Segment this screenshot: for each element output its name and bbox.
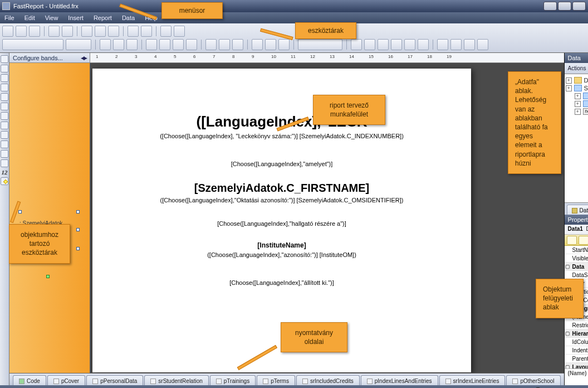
tool-chart[interactable] bbox=[1, 150, 8, 158]
tb-valign-mid[interactable] bbox=[219, 39, 230, 50]
tb-fill[interactable] bbox=[265, 39, 276, 50]
prop-category[interactable]: ▢Data bbox=[565, 263, 588, 271]
field-index-number[interactable]: ([Choose([LanguageIndex], "Leckekönyv sz… bbox=[112, 133, 451, 139]
tb-align-right[interactable] bbox=[173, 39, 184, 50]
tb-bold[interactable] bbox=[100, 39, 111, 50]
tool-matrix[interactable] bbox=[1, 140, 8, 148]
tb-valign-top[interactable] bbox=[205, 39, 217, 50]
minimize-button[interactable] bbox=[543, 2, 557, 11]
field-allitott[interactable]: [Choose([LanguageIndex],"állított ki.")] bbox=[112, 279, 451, 286]
tb-layout-2[interactable] bbox=[364, 39, 375, 50]
configure-bands[interactable]: Configure bands... ◀▶ bbox=[9, 53, 90, 63]
prop-category[interactable]: ▢Hierarchy bbox=[565, 329, 588, 338]
tree-item[interactable]: +aran bbox=[566, 100, 588, 108]
tb-open[interactable] bbox=[16, 26, 27, 37]
tb-new[interactable] bbox=[2, 26, 13, 37]
tb-page[interactable] bbox=[62, 26, 73, 37]
tree-expand-icon[interactable]: + bbox=[575, 93, 581, 99]
field-hallgato[interactable]: [Choose([LanguageIndex],"hallgató részér… bbox=[112, 220, 451, 227]
page-tab-pterms[interactable]: pTerms bbox=[257, 375, 295, 385]
menu-view[interactable]: View bbox=[45, 14, 58, 21]
tool-table[interactable] bbox=[1, 131, 8, 139]
tb-layout-8[interactable] bbox=[450, 39, 462, 50]
field-institute-om[interactable]: ([Choose([LanguageIndex],"azonosító:")] … bbox=[112, 251, 451, 258]
menu-insert[interactable]: Insert bbox=[68, 14, 84, 21]
tb-paste[interactable] bbox=[108, 26, 119, 37]
tb-layout-6[interactable] bbox=[418, 39, 429, 50]
tool-barcode[interactable] bbox=[1, 112, 8, 120]
page-tab-srindexlineentries[interactable]: srIndexLineEntries bbox=[439, 375, 506, 385]
tool-text[interactable] bbox=[1, 74, 8, 82]
tb-ungroup[interactable] bbox=[174, 26, 185, 37]
page-tab-ptrainings[interactable]: pTrainings bbox=[210, 375, 256, 385]
tb-align-center[interactable] bbox=[159, 39, 170, 50]
prop-row[interactable]: Restrictions bbox=[565, 321, 588, 329]
prop-category[interactable]: ▢Layout bbox=[565, 363, 588, 368]
tb-layout-7[interactable] bbox=[437, 39, 448, 50]
actions-label[interactable]: Actions bbox=[568, 65, 586, 71]
field-omsid[interactable]: ([Choose([LanguageIndex],"Oktatási azono… bbox=[112, 197, 451, 203]
tb-italic[interactable] bbox=[113, 39, 124, 50]
field-institute-name[interactable]: [InstituteName] bbox=[112, 241, 451, 249]
tb-group[interactable] bbox=[160, 26, 171, 37]
tool-cell[interactable]: 12 bbox=[0, 169, 9, 176]
tb-copy[interactable] bbox=[95, 26, 106, 37]
prop-row[interactable]: VisibleTrue bbox=[565, 254, 588, 263]
tree-item[interactable]: +Data Sources bbox=[566, 76, 588, 84]
tree-expand-icon[interactable]: + bbox=[575, 101, 581, 107]
page-tab-srstudentrelation[interactable]: srStudentRelation bbox=[144, 375, 209, 385]
tool-pointer[interactable] bbox=[1, 55, 8, 63]
prop-row[interactable]: Indent1 cm bbox=[565, 346, 588, 355]
tb-align-left[interactable] bbox=[146, 39, 157, 50]
prop-row[interactable]: StartNewPageFalse bbox=[565, 246, 588, 254]
sel-handle-green[interactable] bbox=[46, 275, 50, 278]
tab-data[interactable]: Data bbox=[567, 205, 588, 215]
tool-shape[interactable] bbox=[1, 103, 8, 110]
page-tab-pindexlinesandentries[interactable]: pIndexLinesAndEntries bbox=[361, 375, 438, 385]
menu-edit[interactable]: Edit bbox=[24, 14, 35, 21]
sel-handle-b2[interactable] bbox=[76, 247, 80, 250]
page-tab-pcover[interactable]: pCover bbox=[47, 375, 85, 385]
page-tab-potherschool[interactable]: pOtherSchool bbox=[506, 375, 560, 385]
menu-report[interactable]: Report bbox=[94, 14, 112, 21]
menu-data[interactable]: Data bbox=[122, 14, 135, 21]
tree-expand-icon[interactable]: + bbox=[575, 109, 581, 115]
tb-undo[interactable] bbox=[128, 26, 139, 37]
properties-object[interactable]: Data1 DataBand bbox=[565, 225, 588, 235]
tool-hand[interactable] bbox=[1, 65, 8, 72]
band-strip[interactable]: : SzemelyiAdatok bbox=[9, 63, 90, 373]
tb-align-justify[interactable] bbox=[186, 39, 197, 50]
tb-font-family[interactable] bbox=[2, 39, 63, 50]
tool-rich[interactable] bbox=[1, 159, 8, 167]
tb-save[interactable] bbox=[29, 26, 40, 37]
tb-layout-9[interactable] bbox=[464, 39, 475, 50]
sel-handle-tl[interactable] bbox=[18, 210, 22, 214]
tb-layout-10[interactable] bbox=[477, 39, 488, 50]
tb-layout-5[interactable] bbox=[404, 39, 415, 50]
tb-layout-3[interactable] bbox=[378, 39, 389, 50]
tb-style[interactable] bbox=[298, 39, 342, 50]
tb-cut[interactable] bbox=[81, 26, 92, 37]
prop-tb-1[interactable] bbox=[567, 236, 577, 245]
tb-layout-4[interactable] bbox=[391, 39, 402, 50]
tb-font-size[interactable] bbox=[66, 39, 91, 50]
tool-line[interactable] bbox=[1, 93, 8, 101]
tb-underline[interactable] bbox=[126, 39, 138, 50]
prop-row[interactable]: DataSourceSzemelyiAdatok bbox=[565, 271, 588, 279]
prop-row[interactable]: IdColumn bbox=[565, 338, 588, 346]
tree-item[interactable]: +Total bbox=[566, 92, 588, 100]
tb-layout-1[interactable] bbox=[351, 39, 362, 50]
tb-border[interactable] bbox=[252, 39, 263, 50]
tree-expand-icon[interactable]: + bbox=[566, 77, 572, 84]
field-amelyet[interactable]: [Choose([LanguageIndex],"amelyet")] bbox=[112, 161, 451, 167]
field-firstname[interactable]: [SzemelyiAdatok.C_FIRSTNAME] bbox=[112, 182, 451, 195]
page-tab-ppersonaldata[interactable]: pPersonalData bbox=[86, 375, 143, 385]
close-button[interactable] bbox=[572, 2, 586, 11]
maximize-button[interactable] bbox=[558, 2, 571, 11]
sel-handle-tr[interactable] bbox=[76, 210, 80, 214]
sel-handle-br[interactable] bbox=[76, 228, 80, 231]
prop-tb-2[interactable] bbox=[579, 236, 588, 245]
tree-item[interactable]: +fxfx bbox=[566, 108, 588, 115]
menu-file[interactable]: File bbox=[4, 14, 14, 21]
tb-valign-bot[interactable] bbox=[232, 39, 243, 50]
